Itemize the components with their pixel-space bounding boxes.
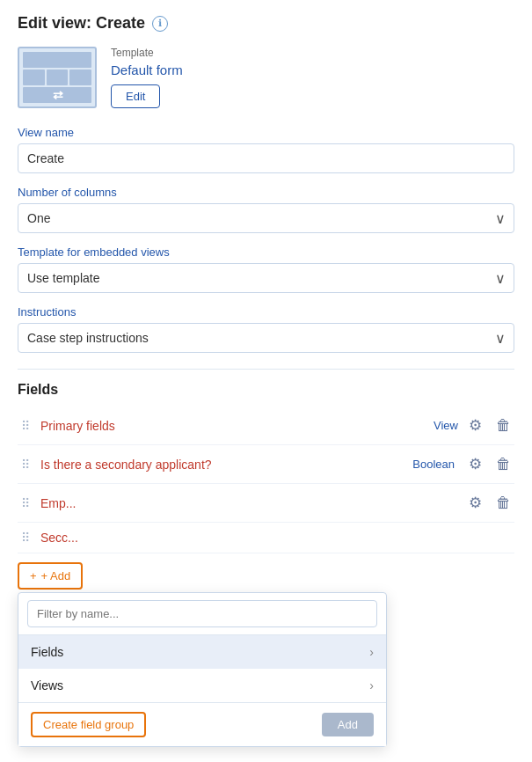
template-label: Template [111, 47, 183, 59]
dropdown-footer: Create field group Add [18, 702, 386, 746]
instructions-label: Instructions [18, 305, 514, 319]
thumb-cell-top [23, 52, 91, 68]
page-container: Edit view: Create ℹ ⇄ Template Default f… [18, 14, 514, 593]
add-button[interactable]: + + Add [18, 562, 83, 590]
columns-select-wrapper: One Two Three ∨ [18, 203, 514, 233]
embedded-views-select-wrapper: Use template None ∨ [18, 263, 514, 293]
fields-list: ⠿ Primary fields View ⚙ 🗑 ⠿ Is there a s… [18, 407, 514, 553]
dropdown-search-input[interactable] [27, 600, 377, 627]
field-settings-icon[interactable]: ⚙ [465, 453, 485, 475]
table-row: ⠿ Secc... [18, 523, 514, 553]
table-row: ⠿ Is there a secondary applicant? Boolea… [18, 445, 514, 484]
instructions-select[interactable]: Case step instructions None [18, 323, 514, 353]
dropdown-add-button[interactable]: Add [322, 713, 374, 736]
template-thumbnail: ⇄ [18, 47, 97, 108]
add-row: + + Add Fields › Views › Create field gr… [18, 553, 514, 593]
view-name-input[interactable] [18, 143, 514, 173]
embedded-views-label: Template for embedded views [18, 245, 514, 259]
field-name-secc: Secc... [40, 531, 78, 545]
instructions-group: Instructions Case step instructions None… [18, 305, 514, 353]
field-delete-icon[interactable]: 🗑 [492, 415, 514, 436]
page-header: Edit view: Create ℹ [18, 14, 514, 33]
edit-template-button[interactable]: Edit [111, 84, 160, 108]
field-type-view[interactable]: View [434, 419, 458, 432]
field-settings-icon[interactable]: ⚙ [465, 414, 485, 436]
columns-label: Number of columns [18, 186, 514, 199]
columns-select[interactable]: One Two Three [18, 203, 514, 233]
template-name-prefix: Default [111, 62, 153, 77]
add-button-label: + Add [41, 569, 71, 582]
fields-heading: Fields [18, 382, 514, 398]
field-name-emp: Emp... [40, 496, 76, 510]
template-name: Default form [111, 62, 183, 77]
table-row: ⠿ Primary fields View ⚙ 🗑 [18, 407, 514, 445]
drag-handle-icon[interactable]: ⠿ [18, 531, 33, 545]
field-type-boolean: Boolean [412, 458, 455, 471]
dropdown-item-fields[interactable]: Fields › [18, 635, 386, 669]
drag-handle-icon[interactable]: ⠿ [18, 458, 33, 472]
page-title: Edit view: Create [18, 14, 145, 33]
view-name-label: View name [18, 126, 514, 139]
field-name-primary: Primary fields [40, 419, 426, 433]
embedded-views-group: Template for embedded views Use template… [18, 245, 514, 293]
add-dropdown: Fields › Views › Create field group Add [18, 592, 387, 747]
thumb-arrows: ⇄ [23, 87, 91, 103]
section-divider [18, 369, 514, 370]
embedded-views-select[interactable]: Use template None [18, 263, 514, 293]
dropdown-item-views[interactable]: Views › [18, 669, 386, 702]
template-info: Template Default form Edit [111, 47, 183, 108]
field-settings-icon[interactable]: ⚙ [465, 492, 485, 514]
info-icon[interactable]: ℹ [152, 16, 168, 32]
dropdown-search-area [18, 593, 386, 635]
dropdown-views-arrow-icon: › [369, 678, 374, 692]
drag-handle-icon[interactable]: ⠿ [18, 496, 33, 510]
drag-handle-icon[interactable]: ⠿ [18, 419, 33, 433]
create-field-group-link[interactable]: Create field group [31, 712, 146, 737]
columns-group: Number of columns One Two Three ∨ [18, 186, 514, 233]
field-delete-icon[interactable]: 🗑 [492, 493, 514, 514]
dropdown-item-views-label: Views [31, 678, 63, 692]
field-name-secondary: Is there a secondary applicant? [40, 458, 405, 472]
instructions-select-wrapper: Case step instructions None ∨ [18, 323, 514, 353]
dropdown-item-fields-label: Fields [31, 645, 63, 659]
dropdown-fields-arrow-icon: › [369, 645, 374, 659]
add-plus-icon: + [30, 569, 37, 582]
thumb-cell-1 [23, 70, 45, 85]
template-section: ⇄ Template Default form Edit [18, 47, 514, 108]
thumb-cell-3 [69, 70, 91, 85]
template-name-suffix: form [153, 62, 183, 77]
view-name-group: View name [18, 126, 514, 173]
table-row: ⠿ Emp... ⚙ 🗑 [18, 484, 514, 523]
field-delete-icon[interactable]: 🗑 [492, 454, 514, 475]
thumb-cell-2 [47, 70, 69, 85]
